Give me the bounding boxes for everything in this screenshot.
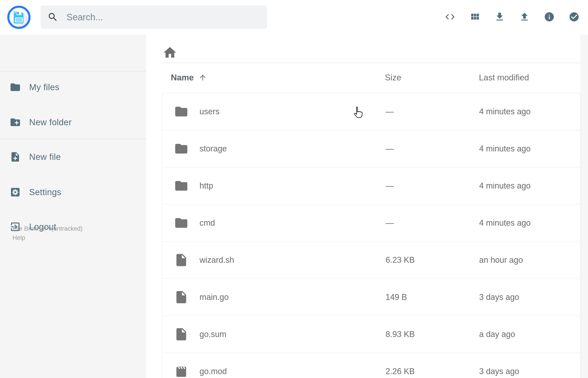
- new-folder-icon: [10, 117, 21, 128]
- breadcrumb-divider: [162, 63, 580, 63]
- file-size: 6.23 KB: [386, 255, 415, 265]
- table-row-storage[interactable]: storage — 4 minutes ago: [163, 130, 580, 167]
- code-icon: [444, 11, 455, 22]
- info-icon: [544, 11, 555, 22]
- file-size: 8.93 KB: [386, 329, 415, 339]
- table-row-main-go[interactable]: main.go 149 B 3 days ago: [163, 279, 580, 316]
- file-icon: [174, 290, 188, 304]
- sidebar-divider: [0, 139, 146, 139]
- sidebar-item-label: Settings: [29, 188, 61, 197]
- new-file-icon: [10, 151, 21, 162]
- folder-icon: [174, 141, 188, 156]
- file-name: go.mod: [200, 367, 227, 376]
- file-size: —: [386, 218, 394, 228]
- file-name: users: [200, 107, 220, 116]
- file-modified: 3 days ago: [479, 292, 519, 302]
- sidebar-divider: [0, 71, 146, 71]
- column-header-modified[interactable]: Last modified: [479, 73, 529, 82]
- switch-view-button[interactable]: [469, 11, 480, 22]
- movie-icon: [174, 364, 188, 378]
- sidebar: My files New folder New file Settings Lo…: [0, 35, 146, 378]
- upload-icon: [519, 11, 530, 22]
- sidebar-item-settings[interactable]: Settings: [10, 187, 61, 198]
- home-icon: [162, 45, 177, 60]
- file-icon: [174, 327, 188, 342]
- column-header-name[interactable]: Name: [171, 73, 207, 82]
- file-name: http: [200, 181, 213, 190]
- grid-view-icon: [469, 11, 480, 22]
- search-icon: [47, 12, 58, 23]
- column-header-name-label: Name: [171, 73, 194, 82]
- arrow-up-icon: [198, 73, 207, 82]
- sidebar-item-new-file[interactable]: New file: [10, 151, 61, 162]
- table-row-go-mod[interactable]: go.mod 2.26 KB 3 days ago: [163, 353, 580, 378]
- file-modified: 4 minutes ago: [479, 107, 531, 116]
- folder-icon: [10, 81, 21, 93]
- file-size: —: [386, 107, 394, 116]
- app-version: File Browser v(untracked): [13, 225, 83, 232]
- file-name: storage: [200, 144, 227, 153]
- select-multiple-button[interactable]: [569, 11, 580, 22]
- sidebar-item-label: New folder: [29, 118, 72, 127]
- check-circle-icon: [569, 11, 580, 22]
- file-name: main.go: [200, 292, 229, 302]
- file-modified: 4 minutes ago: [479, 144, 531, 153]
- breadcrumb-home-button[interactable]: [162, 45, 177, 60]
- file-icon: [174, 253, 188, 267]
- file-name: go.sum: [200, 329, 226, 339]
- table-row-wizard-sh[interactable]: wizard.sh 6.23 KB an hour ago: [163, 242, 580, 279]
- file-name: wizard.sh: [200, 255, 234, 265]
- info-button[interactable]: [544, 11, 555, 22]
- file-modified: a day ago: [479, 329, 515, 339]
- file-listing: Name Size Last modified users — 4 minute…: [146, 35, 580, 378]
- download-button[interactable]: [494, 11, 505, 22]
- table-row-go-sum[interactable]: go.sum 8.93 KB a day ago: [163, 316, 580, 353]
- file-modified: 3 days ago: [479, 367, 519, 376]
- folder-icon: [174, 216, 188, 230]
- help-link[interactable]: Help: [13, 233, 25, 242]
- search-input[interactable]: [66, 12, 254, 23]
- file-modified: 4 minutes ago: [479, 181, 531, 190]
- file-rows: users — 4 minutes ago storage — 4 minute…: [162, 93, 580, 378]
- folder-icon: [174, 104, 188, 119]
- upload-button[interactable]: [519, 11, 530, 22]
- shell-button[interactable]: [444, 11, 455, 22]
- column-header-size[interactable]: Size: [385, 73, 401, 82]
- sidebar-item-label: My files: [29, 82, 59, 92]
- search-bar[interactable]: [40, 5, 267, 29]
- file-modified: an hour ago: [479, 255, 523, 265]
- table-row-cmd[interactable]: cmd — 4 minutes ago: [163, 204, 580, 242]
- sidebar-footer: File Browser v(untracked) Help: [13, 224, 83, 242]
- scrollbar-gutter[interactable]: [580, 35, 588, 378]
- sidebar-item-label: New file: [29, 152, 61, 162]
- file-modified: 4 minutes ago: [479, 218, 531, 228]
- settings-icon: [10, 187, 21, 198]
- sidebar-item-new-folder[interactable]: New folder: [10, 117, 72, 128]
- file-size: —: [386, 181, 394, 190]
- file-size: 149 B: [386, 292, 407, 302]
- file-size: 2.26 KB: [386, 367, 415, 376]
- table-row-http[interactable]: http — 4 minutes ago: [163, 167, 580, 204]
- table-row-users[interactable]: users — 4 minutes ago: [163, 93, 580, 130]
- file-size: —: [386, 144, 394, 153]
- top-bar: [0, 0, 588, 35]
- folder-icon: [174, 178, 188, 193]
- file-name: cmd: [200, 218, 215, 228]
- download-icon: [494, 11, 505, 22]
- header-actions: [444, 11, 580, 22]
- app-logo-icon[interactable]: [7, 6, 30, 29]
- sidebar-item-my-files[interactable]: My files: [10, 81, 59, 93]
